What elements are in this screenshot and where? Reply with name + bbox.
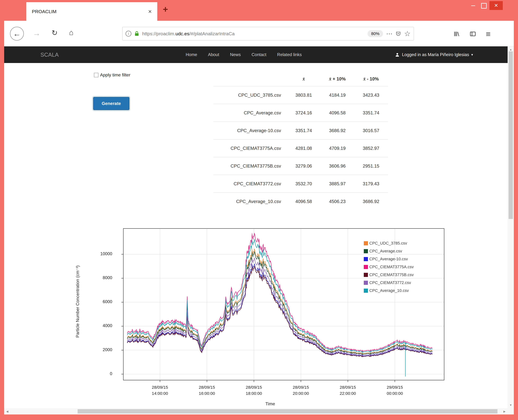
header-mean: x̄: [287, 76, 320, 82]
y-tick-label: 6000: [84, 299, 112, 304]
table-row: CPC_Average-10.csv 3351.74 3686.92 3016.…: [213, 122, 388, 139]
apply-time-filter-label: Apply time filter: [100, 72, 130, 78]
nav-link-related-links[interactable]: Related links: [277, 52, 302, 57]
nav-links: Home About News Contact Related links: [186, 46, 302, 63]
x-tick-label: 28/09/1520:00:00: [284, 384, 318, 397]
chart: Particle Number Concentration (cm⁻³) Tim…: [69, 219, 457, 411]
library-icon[interactable]: [453, 30, 460, 37]
table-row: CPC_CIEMAT3772.csv 3532.70 3885.97 3179.…: [213, 175, 388, 193]
legend-item: CPC_Average_10.csv: [364, 287, 414, 294]
legend-item: CPC_Average.csv: [364, 247, 414, 255]
legend-swatch: [364, 241, 368, 245]
tab-title: PROACLIM: [32, 9, 57, 14]
legend-swatch: [364, 281, 368, 285]
x-tick-label: 28/09/1516:00:00: [190, 384, 223, 397]
scrollbar-corner: [508, 408, 514, 414]
page-actions-icon[interactable]: ⋯: [386, 30, 392, 38]
x-tick-label: 28/09/1522:00:00: [331, 384, 365, 397]
time-filter-row: Apply time filter: [94, 72, 130, 78]
vertical-scrollbar-thumb[interactable]: [509, 51, 513, 219]
legend-swatch: [364, 265, 368, 269]
table-row: CPC_CIEMAT3775B.csv 3279.06 3606.96 2951…: [213, 157, 388, 175]
nav-link-home[interactable]: Home: [186, 52, 197, 57]
url-scheme: https://proaclim.: [142, 31, 175, 36]
tab-close-icon[interactable]: ×: [148, 8, 152, 15]
y-tick-label: 0: [84, 371, 112, 376]
site-navbar: SCALA Home About News Contact Related li…: [4, 46, 508, 63]
caret-down-icon: ▾: [471, 53, 473, 57]
zoom-level-badge[interactable]: 80%: [367, 30, 383, 37]
horizontal-scrollbar-thumb[interactable]: [78, 409, 497, 413]
x-tick-label: 28/09/1518:00:00: [237, 384, 271, 397]
user-label: Logged in as María Piñeiro Iglesias: [402, 52, 469, 57]
legend-swatch: [364, 249, 368, 253]
legend-item: CPC_UDC_3785.csv: [364, 239, 414, 247]
table-row: CPC_Average.csv 3724.16 4096.58 3351.74: [213, 104, 388, 122]
scroll-right-icon[interactable]: ▶: [501, 408, 508, 414]
table-header-row: x̄ x̄ + 10% x̄ - 10%: [213, 72, 388, 86]
legend-item: CPC_CIEMAT3775B.csv: [364, 271, 414, 279]
new-tab-button[interactable]: +: [163, 4, 168, 15]
url-path: /#/platAnalizarIntraCa: [189, 31, 235, 36]
table-row: CPC_CIEMAT3775A.csv 4281.08 4709.19 3852…: [213, 139, 388, 157]
scroll-left-icon[interactable]: ◀: [4, 408, 10, 414]
legend-item: CPC_CIEMAT3772.csv: [364, 279, 414, 287]
y-tick-label: 8000: [84, 275, 112, 280]
legend-swatch: [364, 289, 368, 293]
sidebar-toggle-icon[interactable]: [470, 30, 476, 37]
legend-item: CPC_Average-10.csv: [364, 255, 414, 263]
y-tick-label: 4000: [84, 323, 112, 328]
table-row: CPC_UDC_3785.csv 3803.81 4184.19 3423.43: [213, 86, 388, 104]
window-maximize-button[interactable]: [481, 3, 487, 8]
legend-swatch: [364, 257, 368, 261]
y-axis-title: Particle Number Concentration (cm⁻³): [75, 225, 80, 378]
window-minimize-button[interactable]: –: [471, 1, 475, 9]
pocket-icon[interactable]: [396, 31, 401, 37]
nav-link-contact[interactable]: Contact: [251, 52, 266, 57]
bookmark-star-icon[interactable]: ☆: [404, 30, 411, 37]
vertical-scrollbar[interactable]: ▲ ▼: [508, 46, 514, 408]
x-axis-title: Time: [254, 401, 287, 406]
lock-icon[interactable]: [134, 31, 139, 37]
stats-table: x̄ x̄ + 10% x̄ - 10% CPC_UDC_3785.csv 38…: [213, 72, 388, 210]
x-tick-label: 28/09/1514:00:00: [143, 384, 176, 397]
page-info-icon[interactable]: i: [126, 31, 131, 37]
user-menu[interactable]: Logged in as María Piñeiro Iglesias ▾: [395, 46, 473, 63]
table-row: CPC_Average_10.csv 4096.58 4506.23 3686.…: [213, 193, 388, 210]
site-brand[interactable]: SCALA: [40, 46, 59, 63]
generate-button[interactable]: Generate: [93, 97, 130, 110]
nav-link-news[interactable]: News: [230, 52, 241, 57]
reload-button[interactable]: ↻: [52, 29, 58, 37]
browser-tab[interactable]: PROACLIM ×: [26, 2, 157, 21]
user-icon: [395, 52, 400, 57]
header-minus10: x̄ - 10%: [354, 76, 388, 82]
back-button[interactable]: ←: [10, 27, 24, 41]
y-tick-label: 10000: [84, 251, 112, 256]
nav-link-about[interactable]: About: [208, 52, 219, 57]
apply-time-filter-checkbox[interactable]: [94, 73, 98, 77]
chart-legend: CPC_UDC_3785.csv CPC_Average.csv CPC_Ave…: [364, 239, 414, 294]
horizontal-scrollbar[interactable]: ◀ ▶: [4, 408, 508, 414]
window-close-button[interactable]: ✕: [489, 1, 503, 10]
header-plus10: x̄ + 10%: [320, 76, 354, 82]
y-tick-label: 2000: [84, 347, 112, 352]
hamburger-menu-icon[interactable]: ≡: [486, 29, 491, 39]
home-button[interactable]: ⌂: [69, 28, 74, 37]
url-text[interactable]: https://proaclim.udc.es/#/platAnalizarIn…: [142, 31, 365, 37]
x-tick-label: 29/09/1500:00:00: [378, 384, 411, 397]
legend-item: CPC_CIEMAT3775A.csv: [364, 263, 414, 271]
legend-swatch: [364, 273, 368, 277]
forward-button[interactable]: →: [33, 29, 40, 38]
url-bar[interactable]: i https://proaclim.udc.es/#/platAnalizar…: [122, 27, 414, 40]
scroll-down-icon[interactable]: ▼: [508, 402, 514, 408]
url-domain: udc.es: [175, 31, 189, 36]
